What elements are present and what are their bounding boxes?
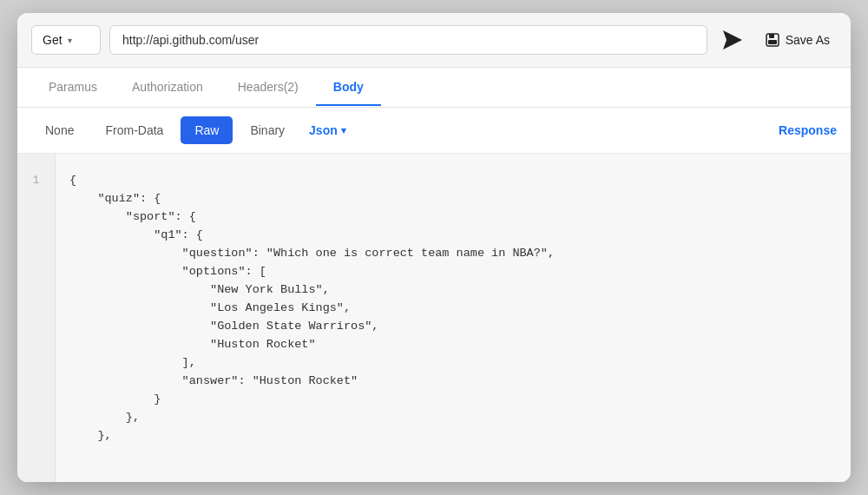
app-window: Get ▾ Save As Paramus Authorization Head… xyxy=(17,13,851,482)
method-dropdown[interactable]: Get ▾ xyxy=(31,25,101,55)
subtab-from-data[interactable]: From-Data xyxy=(91,116,177,144)
tab-bar: Paramus Authorization Headers(2) Body xyxy=(17,68,851,108)
send-icon xyxy=(721,29,744,51)
url-input[interactable] xyxy=(109,25,707,55)
subtab-none[interactable]: None xyxy=(31,116,88,144)
tab-body[interactable]: Body xyxy=(316,69,381,106)
method-label: Get xyxy=(43,33,62,47)
tab-paramus[interactable]: Paramus xyxy=(31,69,115,106)
tab-headers[interactable]: Headers(2) xyxy=(220,69,316,106)
format-dropdown[interactable]: Json ▾ xyxy=(309,123,346,137)
line-number-1: 1 xyxy=(17,171,55,189)
subtab-raw[interactable]: Raw xyxy=(181,116,233,144)
line-numbers: 1 xyxy=(17,154,56,482)
svg-marker-0 xyxy=(723,30,742,50)
save-icon xyxy=(765,32,780,48)
code-area: 1 { "quiz": { "sport": { "q1": { "questi… xyxy=(17,154,851,482)
sub-toolbar: None From-Data Raw Binary Json ▾ Respons… xyxy=(17,108,851,154)
response-button[interactable]: Response xyxy=(779,123,837,137)
svg-rect-2 xyxy=(769,34,774,38)
tab-authorization[interactable]: Authorization xyxy=(115,69,220,106)
svg-rect-3 xyxy=(768,40,777,44)
subtab-binary[interactable]: Binary xyxy=(236,116,299,144)
top-bar: Get ▾ Save As xyxy=(17,13,851,68)
format-chevron-icon: ▾ xyxy=(341,125,346,136)
save-as-label: Save As xyxy=(786,33,830,47)
save-as-button[interactable]: Save As xyxy=(758,27,837,53)
method-chevron-icon: ▾ xyxy=(68,36,72,45)
code-editor[interactable]: { "quiz": { "sport": { "q1": { "question… xyxy=(56,154,851,482)
format-label: Json xyxy=(309,123,338,137)
send-button[interactable] xyxy=(716,23,749,56)
